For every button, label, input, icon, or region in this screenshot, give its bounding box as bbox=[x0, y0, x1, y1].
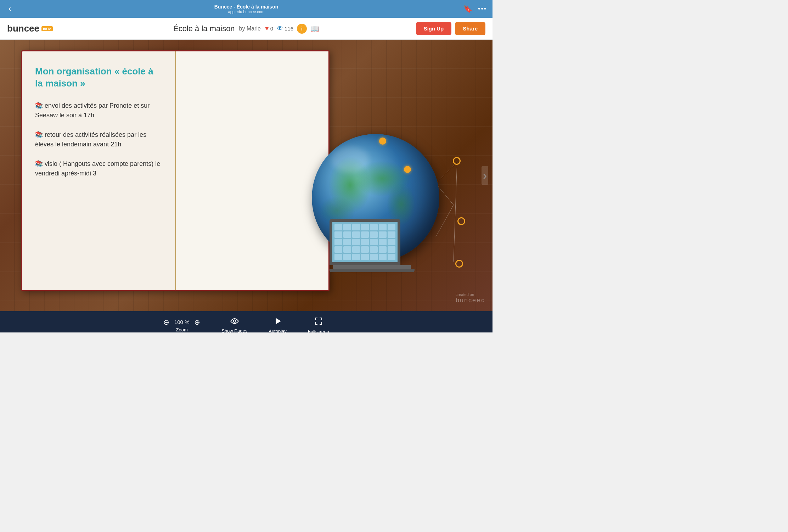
screen-cell bbox=[370, 239, 378, 245]
share-button[interactable]: Share bbox=[455, 22, 485, 35]
screen-cell bbox=[370, 246, 378, 253]
fullscreen-button[interactable]: Fullscreen bbox=[308, 317, 329, 333]
watermark-brand: buncee○ bbox=[456, 297, 485, 304]
screen-cell bbox=[343, 246, 351, 253]
svg-line-6 bbox=[436, 205, 454, 237]
svg-marker-9 bbox=[276, 318, 281, 324]
screen-cell bbox=[352, 224, 360, 230]
zoom-control[interactable]: ⊖ 100 % ⊕ Zoom bbox=[163, 319, 200, 332]
book-item-3: 📚 visio ( Hangouts avec compte parents) … bbox=[35, 159, 163, 178]
laptop-screen-grid bbox=[332, 222, 398, 262]
author-label: by Marie bbox=[239, 26, 261, 32]
watermark-created: created on bbox=[456, 292, 485, 297]
info-button[interactable]: i bbox=[297, 24, 307, 34]
zoom-label: Zoom bbox=[176, 327, 188, 332]
autoplay-label: Autoplay bbox=[269, 329, 287, 333]
book-item-1: 📚 envoi des activités par Pronote et sur… bbox=[35, 101, 163, 120]
screen-cell bbox=[388, 246, 395, 253]
header-buttons: Sign Up Share bbox=[416, 22, 485, 35]
screen-cell bbox=[343, 224, 351, 230]
audio-icon[interactable]: 📖 bbox=[310, 24, 319, 33]
screen-cell bbox=[334, 224, 342, 230]
signup-button[interactable]: Sign Up bbox=[416, 22, 452, 35]
book-item-1-text: 📚 envoi des activités par Pronote et sur… bbox=[35, 101, 163, 120]
browser-url: app.edu.buncee.com bbox=[214, 10, 278, 14]
zoom-value: 100 % bbox=[173, 319, 191, 325]
screen-cell bbox=[388, 231, 395, 238]
screen-cell bbox=[361, 239, 369, 245]
screen-cell bbox=[388, 254, 395, 260]
browser-back-button[interactable]: ‹ bbox=[6, 3, 14, 15]
fullscreen-label: Fullscreen bbox=[308, 329, 329, 333]
screen-cell bbox=[370, 224, 378, 230]
screen-cell bbox=[361, 254, 369, 260]
screen-cell bbox=[388, 224, 395, 230]
svg-point-8 bbox=[233, 320, 236, 322]
network-dot-outline-1 bbox=[453, 157, 461, 165]
bookmark-icon[interactable]: 🔖 bbox=[463, 5, 472, 13]
book-item-2-text: 📚 retour des activités réalisées par les… bbox=[35, 130, 163, 149]
autoplay-button[interactable]: Autoplay bbox=[269, 317, 287, 333]
screen-cell bbox=[379, 254, 387, 260]
screen-cell bbox=[361, 224, 369, 230]
laptop bbox=[330, 219, 415, 290]
screen-cell bbox=[343, 239, 351, 245]
network-dot-1 bbox=[379, 138, 386, 145]
svg-line-7 bbox=[454, 162, 457, 262]
autoplay-icon bbox=[274, 317, 282, 327]
book-slide-title: Mon organisation « école à la maison » bbox=[35, 66, 163, 90]
show-pages-icon bbox=[230, 318, 239, 327]
laptop-screen bbox=[330, 219, 400, 265]
screen-cell bbox=[352, 254, 360, 260]
presentation-title: École à la maison bbox=[173, 24, 235, 33]
browser-bar: ‹ Buncee - École à la maison app.edu.bun… bbox=[0, 0, 492, 18]
screen-cell bbox=[343, 231, 351, 238]
zoom-plus-button[interactable]: ⊕ bbox=[194, 319, 200, 326]
logo: buncee BETA bbox=[7, 23, 53, 34]
zoom-minus-button[interactable]: ⊖ bbox=[163, 319, 169, 326]
screen-cell bbox=[334, 254, 342, 260]
main-canvas: Mon organisation « école à la maison » 📚… bbox=[0, 40, 492, 311]
browser-actions: 🔖 ••• bbox=[463, 5, 487, 13]
book-spine bbox=[175, 51, 176, 290]
show-pages-button[interactable]: Show Pages bbox=[221, 318, 247, 333]
heart-icon: ♥ bbox=[265, 25, 269, 32]
screen-cell bbox=[334, 239, 342, 245]
book-item-3-text: 📚 visio ( Hangouts avec compte parents) … bbox=[35, 159, 163, 178]
screen-cell bbox=[352, 246, 360, 253]
book-container: Mon organisation « école à la maison » 📚… bbox=[21, 50, 330, 291]
book: Mon organisation « école à la maison » 📚… bbox=[21, 50, 330, 291]
laptop-bottom bbox=[330, 269, 415, 272]
book-left-page: Mon organisation « école à la maison » 📚… bbox=[22, 51, 175, 290]
logo-beta-badge: BETA bbox=[41, 26, 53, 31]
hearts-count: 0 bbox=[270, 26, 273, 32]
globe-area bbox=[294, 113, 471, 290]
screen-cell bbox=[370, 231, 378, 238]
header-center: École à la maison by Marie ♥ 0 👁 116 i 📖 bbox=[173, 24, 319, 34]
screen-cell bbox=[379, 224, 387, 230]
screen-cell bbox=[370, 254, 378, 260]
screen-cell bbox=[352, 239, 360, 245]
screen-cell bbox=[343, 254, 351, 260]
more-options-icon[interactable]: ••• bbox=[478, 5, 487, 13]
bottom-toolbar: ⊖ 100 % ⊕ Zoom Show Pages Autoplay bbox=[0, 311, 492, 332]
screen-cell bbox=[334, 246, 342, 253]
book-item-2: 📚 retour des activités réalisées par les… bbox=[35, 130, 163, 149]
network-dot-outline-2 bbox=[457, 217, 465, 225]
browser-title: Buncee - École à la maison app.edu.bunce… bbox=[214, 4, 278, 14]
screen-cell bbox=[361, 231, 369, 238]
laptop-base bbox=[333, 265, 411, 269]
svg-line-5 bbox=[436, 162, 457, 184]
logo-text: buncee bbox=[7, 23, 39, 34]
views-count: 116 bbox=[285, 26, 293, 32]
next-slide-button[interactable]: › bbox=[482, 166, 488, 185]
screen-cell bbox=[379, 246, 387, 253]
network-dot-2 bbox=[404, 166, 411, 173]
fullscreen-icon bbox=[314, 317, 323, 327]
screen-cell bbox=[361, 246, 369, 253]
watermark: created on buncee○ bbox=[456, 292, 485, 304]
show-pages-label: Show Pages bbox=[221, 328, 247, 333]
views-stat: 👁 116 bbox=[277, 25, 293, 32]
screen-cell bbox=[352, 231, 360, 238]
app-header: buncee BETA École à la maison by Marie ♥… bbox=[0, 18, 492, 40]
